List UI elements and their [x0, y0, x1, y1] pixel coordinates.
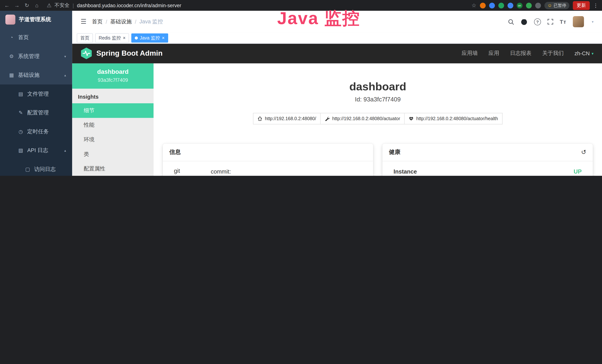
- sidebar-item-config-management[interactable]: ✎ 配置管理: [0, 103, 72, 122]
- browser-menu-icon[interactable]: ⋮: [593, 2, 598, 8]
- forward-icon[interactable]: →: [14, 2, 20, 8]
- clock-icon: ◷: [18, 129, 24, 134]
- link-url: http://192.168.0.2:48080/actuator: [332, 116, 400, 121]
- sidebar-item-label: 基础设施: [18, 72, 40, 78]
- info-key: git: [169, 167, 211, 176]
- screen: ← → ↻ ⌂ ⚠ 不安全 | dashboard.yudao.iocoder.…: [0, 0, 602, 176]
- app-title: 芋道管理系统: [19, 16, 51, 23]
- back-icon[interactable]: ←: [4, 2, 10, 8]
- sidebar-item-classes[interactable]: 类: [72, 147, 153, 162]
- sidebar-item-label: 访问日志: [34, 166, 56, 173]
- chevron-up-icon: ▴: [64, 148, 66, 152]
- close-icon[interactable]: ×: [123, 36, 126, 40]
- bookmark-star-icon[interactable]: ☆: [472, 2, 476, 8]
- gear-icon: ⚙: [9, 54, 15, 59]
- log-icon: ▧: [18, 147, 24, 153]
- infrastructure-submenu: ▤ 文件管理 ✎ 配置管理 ◷ 定时任务 ▧ API 日志 ▴ ▢ 访问日志 ▢: [0, 85, 72, 176]
- breadcrumb-item-home[interactable]: 首页: [92, 18, 103, 25]
- sidebar-item-scheduled-tasks[interactable]: ◷ 定时任务: [0, 122, 72, 141]
- paused-badge-label: 已暂停: [554, 2, 566, 8]
- extension-icon[interactable]: [480, 2, 485, 8]
- tab-label: Java 监控: [140, 35, 160, 41]
- sba-brand-title: Spring Boot Admin: [97, 49, 163, 58]
- sidebar-item-label: 系统管理: [18, 53, 40, 60]
- tab-java-monitor[interactable]: Java 监控 ×: [131, 33, 168, 43]
- sidebar-item-metrics[interactable]: 性能: [72, 118, 153, 133]
- extension-icon[interactable]: [526, 2, 532, 8]
- nav-wallboard[interactable]: 应用墙: [462, 50, 478, 57]
- update-button[interactable]: 更新: [573, 1, 590, 10]
- instance-links: http://192.168.0.2:48080/ http://192.168…: [153, 113, 602, 124]
- address-bar[interactable]: ⚠ 不安全 | dashboard.yudao.iocoder.cn/infra…: [46, 2, 181, 9]
- home-icon: [258, 116, 262, 121]
- extension-icon[interactable]: [498, 2, 504, 8]
- extension-icon[interactable]: [489, 2, 495, 8]
- active-dot: [135, 37, 138, 40]
- instance-header[interactable]: dashboard 93a3fc7f7409: [72, 64, 153, 89]
- link-url: http://192.168.0.2:48080/: [265, 116, 316, 121]
- help-icon[interactable]: ?: [534, 18, 541, 25]
- sidebar-item-home[interactable]: ◔ 首页: [0, 28, 72, 47]
- avatar[interactable]: [573, 16, 584, 27]
- insights-label: Insights: [72, 89, 153, 103]
- info-card-title: 信息: [169, 149, 181, 156]
- sidebar-item-environment[interactable]: 环境: [72, 132, 153, 147]
- sidebar-item-infrastructure[interactable]: ▦ 基础设施 ▴: [0, 66, 72, 84]
- edit-icon: ✎: [18, 110, 24, 116]
- card-title: 信息: [163, 143, 373, 161]
- insights-section: Insights 细节 性能 环境 类 配置属性 计划任务: [72, 89, 153, 176]
- app-logo[interactable]: 芋道管理系统: [0, 11, 72, 28]
- extension-icon[interactable]: on: [517, 2, 522, 8]
- chevron-up-icon: ▴: [64, 73, 66, 77]
- sidebar-item-label: 定时任务: [27, 128, 49, 135]
- file-icon: ▤: [18, 91, 24, 97]
- cards-grid: 信息 git commit: time: 1596289704000 id: 2…: [153, 124, 602, 176]
- reload-icon[interactable]: ↻: [24, 2, 30, 8]
- sidebar-item-label: 首页: [18, 34, 29, 41]
- extension-icon[interactable]: [535, 2, 541, 8]
- github-icon[interactable]: [521, 18, 527, 25]
- sidebar-item-access-logs[interactable]: ▢ 访问日志: [0, 160, 72, 176]
- health-card-title: 健康: [389, 149, 400, 156]
- tab-redis-monitor[interactable]: Redis 监控 ×: [95, 33, 129, 43]
- font-size-icon[interactable]: Tᴛ: [560, 19, 566, 25]
- sidebar-item-system-management[interactable]: ⚙ 系统管理 ▾: [0, 47, 72, 66]
- service-url-link[interactable]: http://192.168.0.2:48080/: [253, 113, 321, 124]
- breadcrumb-separator: /: [106, 19, 107, 25]
- tab-home[interactable]: 首页: [77, 33, 93, 43]
- sidebar-item-api-logs[interactable]: ▧ API 日志 ▴: [0, 141, 72, 160]
- sidebar-item-label: 文件管理: [27, 90, 49, 97]
- card-title: 健康 ↺: [383, 143, 593, 161]
- locale-selector[interactable]: zh-CN ▾: [575, 50, 594, 56]
- sidebar-item-file-management[interactable]: ▤ 文件管理: [0, 85, 72, 103]
- search-icon[interactable]: [508, 19, 514, 25]
- sidebar-item-details[interactable]: 细节: [72, 103, 153, 118]
- annotation-text: Java 监控: [277, 7, 360, 30]
- tab-label: 首页: [80, 35, 90, 41]
- info-card: 信息 git commit: time: 1596289704000 id: 2…: [163, 143, 373, 176]
- hamburger-icon[interactable]: ☰: [72, 18, 92, 26]
- nav-applications[interactable]: 应用: [489, 50, 499, 57]
- url-text: dashboard.yudao.iocoder.cn/infra/admin-s…: [77, 2, 181, 8]
- security-label: 不安全: [54, 2, 70, 9]
- health-url-link[interactable]: http://192.168.0.2:48080/actuator/health: [405, 113, 503, 124]
- chevron-down-icon: ▾: [592, 20, 593, 24]
- breadcrumb-item-infrastructure[interactable]: 基础设施: [110, 18, 132, 25]
- sidebar-item-config-props[interactable]: 配置属性: [72, 162, 153, 176]
- page-title: dashboard: [153, 80, 602, 93]
- address-divider: |: [73, 2, 74, 8]
- actuator-url-link[interactable]: http://192.168.0.2:48080/actuator: [321, 113, 405, 124]
- nav-about[interactable]: 关于我们: [542, 50, 564, 57]
- extension-icon[interactable]: [507, 2, 513, 8]
- paused-badge[interactable]: ☺ 已暂停: [544, 2, 569, 9]
- locale-label: zh-CN: [575, 50, 590, 56]
- sba-brand[interactable]: Spring Boot Admin: [81, 48, 163, 59]
- browser-home-icon[interactable]: ⌂: [34, 2, 40, 8]
- nav-journal[interactable]: 日志报表: [510, 50, 532, 57]
- sidebar-item-label: 配置管理: [27, 109, 49, 116]
- fullscreen-icon[interactable]: [548, 19, 553, 24]
- close-icon[interactable]: ×: [162, 36, 165, 40]
- history-icon[interactable]: ↺: [581, 149, 586, 156]
- sba-logo-icon: [81, 48, 92, 59]
- link-url: http://192.168.0.2:48080/actuator/health: [416, 116, 498, 121]
